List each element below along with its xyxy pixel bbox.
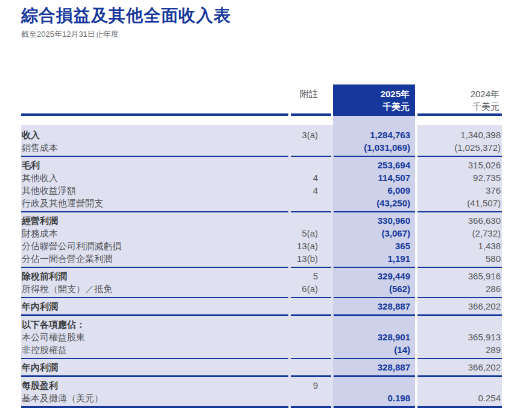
table-row: 分佔一間合營企業利潤13(b)1,191580 xyxy=(21,252,502,265)
row-note: 3(a) xyxy=(288,129,331,141)
rule-segment xyxy=(21,297,288,298)
page-title: 綜合損益及其他全面收入表 xyxy=(21,5,231,27)
rule-segment xyxy=(291,267,331,268)
row-value-2025: 328,887 xyxy=(334,361,415,374)
table-row: 非控股權益(14)289 xyxy=(21,343,502,356)
rule-segment xyxy=(21,375,288,377)
table-header-rule xyxy=(21,113,502,116)
row-note xyxy=(288,343,331,356)
table-row: 年內利潤328,887366,202 xyxy=(21,300,502,313)
table-row: 除稅前利潤5329,449365,916 xyxy=(21,270,502,282)
table-row: 行政及其他運營開支(43,250)(41,507) xyxy=(21,197,502,209)
row-note: 13(b) xyxy=(288,252,331,265)
rule-segment xyxy=(21,211,288,212)
table-row: 其他收入4114,50792,735 xyxy=(21,171,502,184)
column-header-2024-year: 2024年 xyxy=(417,88,500,100)
row-note: 6(a) xyxy=(288,282,331,295)
row-value-2024: 1,340,398 xyxy=(417,129,502,141)
financial-statement-page: 綜合損益及其他全面收入表 截至2025年12月31日止年度 附註 2025年 千… xyxy=(0,0,514,420)
rule-segment xyxy=(291,375,331,377)
row-label: 年內利潤 xyxy=(21,361,288,374)
row-value-2024: 92,735 xyxy=(417,171,502,184)
row-value-2024: 366,630 xyxy=(417,214,502,227)
row-label: 每股盈利 xyxy=(21,379,288,392)
table-row: 收入3(a)1,284,7631,340,398 xyxy=(21,129,502,141)
row-value-2024: 0.254 xyxy=(417,392,502,404)
row-value-2025 xyxy=(334,318,415,331)
row-note xyxy=(288,141,331,154)
row-value-2024: 580 xyxy=(417,252,502,265)
table-row: 毛利253,694315,026 xyxy=(21,159,502,171)
row-label: 其他收益淨額 xyxy=(21,184,288,197)
income-statement-table: 附註 2025年 千美元 2024年 千美元 收入3(a)1,284,7631,… xyxy=(21,84,502,408)
rule-segment xyxy=(334,358,415,359)
row-note: 13(a) xyxy=(288,240,331,252)
row-label: 除稅前利潤 xyxy=(21,270,288,282)
row-label: 本公司權益股東 xyxy=(21,331,288,343)
column-header-notes: 附註 xyxy=(250,88,318,100)
column-header-2024: 2024年 千美元 xyxy=(417,88,501,113)
row-value-2025: 0.198 xyxy=(334,392,415,404)
thin-divider-rule xyxy=(21,211,502,212)
column-header-2025-unit: 千美元 xyxy=(333,100,410,113)
row-value-2024: 289 xyxy=(417,343,502,356)
row-label: 財務成本 xyxy=(21,227,288,240)
thin-divider-rule xyxy=(21,358,502,359)
table-row: 銷售成本(1,031,069)(1,025,372) xyxy=(21,141,502,154)
row-note xyxy=(288,159,331,171)
rule-segment xyxy=(417,406,502,408)
row-note xyxy=(288,331,331,343)
row-note xyxy=(288,300,331,313)
rule-segment xyxy=(291,358,331,359)
rule-segment xyxy=(417,375,502,377)
rule-segment xyxy=(21,314,288,316)
row-label: 經營利潤 xyxy=(21,214,288,227)
table-row: 以下各項應佔： xyxy=(21,318,502,331)
row-value-2025: (43,250) xyxy=(334,197,415,209)
rule-segment xyxy=(291,406,331,408)
row-note: 5 xyxy=(288,270,331,282)
row-label: 年內利潤 xyxy=(21,300,288,313)
rule-segment xyxy=(21,358,288,359)
row-value-2025: 6,009 xyxy=(334,184,415,197)
rule-segment xyxy=(417,358,502,359)
row-value-2025 xyxy=(334,379,415,392)
row-value-2025: 330,960 xyxy=(334,214,415,227)
row-value-2025: 365 xyxy=(334,240,415,252)
rule-segment xyxy=(334,297,415,298)
row-note xyxy=(288,361,331,374)
row-value-2024: (1,025,372) xyxy=(417,141,502,154)
row-value-2025: 328,887 xyxy=(334,300,415,313)
row-value-2024 xyxy=(417,379,502,392)
thick-divider-rule xyxy=(21,406,502,408)
row-value-2024: 365,913 xyxy=(417,331,502,343)
row-value-2024: (2,732) xyxy=(417,227,502,240)
row-note xyxy=(288,392,331,404)
row-note: 4 xyxy=(288,171,331,184)
rule-segment xyxy=(417,297,502,298)
rule-segment xyxy=(417,211,502,212)
thick-divider-rule xyxy=(21,375,502,377)
row-value-2024: 376 xyxy=(417,184,502,197)
row-value-2024: 1,438 xyxy=(417,240,502,252)
rule-segment xyxy=(291,314,331,316)
row-note xyxy=(288,214,331,227)
rule-segment xyxy=(334,406,415,408)
row-value-2025: (3,067) xyxy=(334,227,415,240)
table-rows: 收入3(a)1,284,7631,340,398銷售成本(1,031,069)(… xyxy=(21,125,502,410)
table-row: 基本及攤薄（美元）0.1980.254 xyxy=(21,392,502,404)
row-note: 4 xyxy=(288,184,331,197)
rule-segment xyxy=(291,297,331,298)
row-value-2024: 366,202 xyxy=(417,300,502,313)
column-header-2025-year: 2025年 xyxy=(333,88,410,100)
row-note xyxy=(288,197,331,209)
row-note: 5(a) xyxy=(288,227,331,240)
row-value-2025: 1,191 xyxy=(334,252,415,265)
rule-segment xyxy=(417,314,502,316)
column-header-2025-block: 2025年 千美元 xyxy=(333,84,415,116)
rule-segment xyxy=(21,156,288,157)
row-value-2024: 365,916 xyxy=(417,270,502,282)
thick-divider-rule xyxy=(21,314,502,316)
row-label: 銷售成本 xyxy=(21,141,288,154)
rule-segment xyxy=(291,156,331,157)
